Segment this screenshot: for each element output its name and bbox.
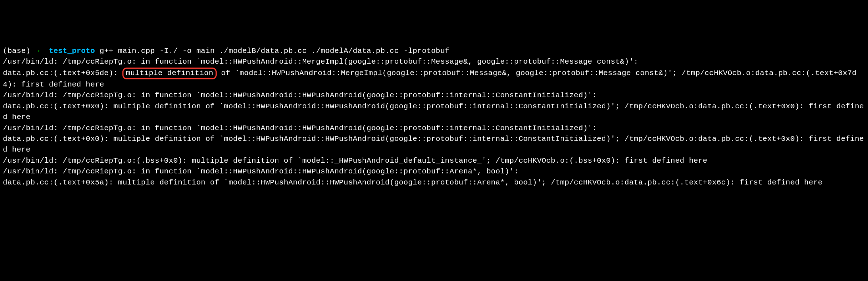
ld-error-line: /usr/bin/ld: /tmp/ccRiepTg.o: in functio…: [3, 91, 597, 99]
error-prefix: data.pb.cc:(.text+0x5de):: [3, 69, 122, 77]
ld-error-line: data.pb.cc:(.text+0x5de): multiple defin…: [3, 69, 857, 89]
command-text: g++ main.cpp -I./ -o main ./modelB/data.…: [100, 47, 450, 55]
ld-error-line: /usr/bin/ld: /tmp/ccRiepTg.o: in functio…: [3, 58, 638, 66]
ld-error-line: /usr/bin/ld: /tmp/ccRiepTg.o: in functio…: [3, 124, 597, 132]
prompt-line: (base) → test_proto g++ main.cpp -I./ -o…: [3, 47, 450, 55]
prompt-cwd: test_proto: [49, 47, 95, 55]
highlight-annotation: multiple definition: [122, 68, 216, 79]
prompt-arrow-icon: →: [35, 47, 40, 55]
ld-error-line: data.pb.cc:(.text+0x0): multiple definit…: [3, 102, 864, 121]
ld-error-line: data.pb.cc:(.text+0x0): multiple definit…: [3, 135, 864, 154]
prompt-env: (base): [3, 47, 30, 55]
terminal-output[interactable]: (base) → test_proto g++ main.cpp -I./ -o…: [3, 46, 865, 188]
ld-error-line: /usr/bin/ld: /tmp/ccRiepTg.o:(.bss+0x0):…: [3, 157, 707, 165]
ld-error-line: data.pb.cc:(.text+0x5a): multiple defini…: [3, 178, 823, 187]
ld-error-line: /usr/bin/ld: /tmp/ccRiepTg.o: in functio…: [3, 167, 519, 176]
